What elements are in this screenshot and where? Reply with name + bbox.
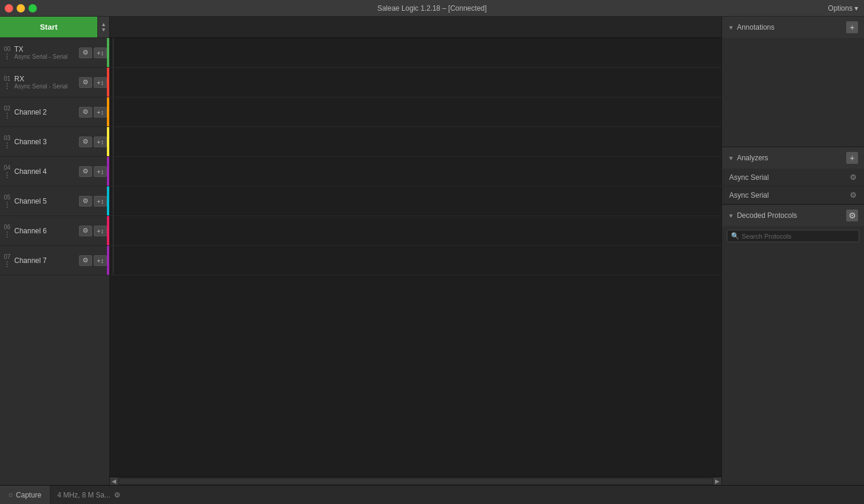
channel-name: Channel 3 (14, 138, 79, 146)
waveform-row (110, 97, 721, 127)
waveform-area: ◀ ▶ (110, 17, 721, 485)
channel-color-bar (107, 157, 109, 186)
analyzer-gear-button[interactable]: ⚙ (850, 173, 857, 182)
channel-number: 07 (2, 253, 12, 267)
waveform-row (110, 127, 721, 157)
scroll-left-icon[interactable]: ◀ (110, 477, 118, 486)
decoded-protocols-header-left: ▼ Decoded Protocols (728, 211, 797, 220)
channel-actions: ⚙ +↕ (79, 255, 107, 266)
time-cursor (113, 216, 113, 245)
channel-row: 01 RX Async Serial - Serial ⚙ +↕ (0, 68, 109, 97)
analyzers-section: ▼ Analyzers + Async Serial ⚙ Async Seria… (722, 147, 864, 205)
decoded-protocols-header[interactable]: ▼ Decoded Protocols ⚙ (722, 205, 864, 226)
channel-settings-button[interactable]: ⚙ (79, 255, 92, 266)
channel-settings-button[interactable]: ⚙ (79, 137, 92, 147)
channel-info: RX Async Serial - Serial (12, 75, 79, 90)
channel-settings-button[interactable]: ⚙ (79, 107, 92, 118)
capture-icon: ○ (8, 490, 13, 499)
settings-gear-icon[interactable]: ⚙ (114, 491, 121, 499)
waveform-header (110, 17, 721, 38)
channel-actions: ⚙ +↕ (79, 226, 107, 236)
channel-actions: ⚙ +↕ (79, 47, 107, 58)
decoded-protocols-gear-button[interactable]: ⚙ (846, 210, 858, 221)
channel-name: Channel 5 (14, 197, 79, 205)
channel-settings-button[interactable]: ⚙ (79, 196, 92, 207)
channel-row: 03 Channel 3 ⚙ +↕ (0, 127, 109, 157)
waveform-row (110, 68, 721, 97)
analyzers-header[interactable]: ▼ Analyzers + (722, 147, 864, 169)
time-cursor (113, 68, 113, 97)
start-button[interactable]: Start (0, 17, 97, 37)
channel-info: TX Async Serial - Serial (12, 45, 79, 60)
channel-add-button[interactable]: +↕ (94, 166, 107, 177)
annotations-add-button[interactable]: + (846, 21, 858, 33)
channel-add-button[interactable]: +↕ (94, 255, 107, 266)
channel-number: 05 (2, 194, 12, 208)
channel-actions: ⚙ +↕ (79, 166, 107, 177)
channel-add-button[interactable]: +↕ (94, 137, 107, 147)
waveform-row (110, 157, 721, 186)
annotations-chevron: ▼ (728, 24, 734, 31)
channels-container: 00 TX Async Serial - Serial ⚙ +↕ 01 (0, 38, 109, 275)
scroll-right-icon[interactable]: ▶ (713, 477, 721, 486)
channel-add-button[interactable]: +↕ (94, 77, 107, 88)
capture-tab[interactable]: ○ Capture (0, 486, 50, 504)
channel-sub: Async Serial - Serial (14, 83, 79, 90)
time-cursor (113, 127, 113, 156)
channel-color-bar (107, 68, 109, 97)
channel-row: 06 Channel 6 ⚙ +↕ (0, 216, 109, 246)
channel-info: Channel 6 (12, 227, 79, 235)
settings-text: 4 MHz, 8 M Sa... (58, 491, 110, 499)
channel-name: Channel 7 (14, 256, 79, 265)
channel-color-bar (107, 38, 109, 67)
search-protocols-container: 🔍 (727, 230, 859, 242)
channel-name: RX (14, 75, 79, 83)
channel-info: Channel 4 (12, 167, 79, 176)
channel-settings-button[interactable]: ⚙ (79, 166, 92, 177)
settings-info: 4 MHz, 8 M Sa... ⚙ (50, 491, 128, 499)
maximize-button[interactable] (29, 4, 37, 12)
main-layout: Start ▲ ▼ 00 TX Async Serial - Serial (0, 17, 864, 485)
channel-add-button[interactable]: +↕ (94, 47, 107, 58)
time-cursor (113, 246, 113, 275)
time-cursor (113, 186, 113, 215)
analyzer-name: Async Serial (729, 173, 769, 182)
waveform-row (110, 38, 721, 68)
capture-label: Capture (16, 491, 42, 499)
channel-row: 04 Channel 4 ⚙ +↕ (0, 157, 109, 186)
close-button[interactable] (5, 4, 13, 12)
channel-actions: ⚙ +↕ (79, 77, 107, 88)
channel-panel: Start ▲ ▼ 00 TX Async Serial - Serial (0, 17, 110, 485)
channel-info: Channel 3 (12, 138, 79, 146)
channel-add-button[interactable]: +↕ (94, 107, 107, 118)
channel-add-button[interactable]: +↕ (94, 196, 107, 207)
analyzers-header-left: ▼ Analyzers (728, 154, 768, 162)
decoded-protocols-section: ▼ Decoded Protocols ⚙ 🔍 (722, 205, 864, 485)
bottom-bar: ○ Capture 4 MHz, 8 M Sa... ⚙ (0, 485, 864, 504)
channel-add-button[interactable]: +↕ (94, 226, 107, 236)
waveform-rows (110, 38, 721, 275)
time-cursor (113, 157, 113, 186)
scroll-down-icon[interactable]: ▼ (101, 27, 106, 33)
time-cursor (113, 97, 113, 126)
channel-settings-button[interactable]: ⚙ (79, 47, 92, 58)
channel-settings-button[interactable]: ⚙ (79, 226, 92, 236)
search-protocols-input[interactable] (742, 233, 855, 240)
scrollbar-track[interactable] (119, 479, 712, 484)
channel-info: Channel 7 (12, 256, 79, 265)
analyzer-item[interactable]: Async Serial ⚙ (722, 186, 864, 204)
time-cursor (113, 38, 113, 67)
options-button[interactable]: Options ▾ (828, 4, 858, 12)
annotations-section: ▼ Annotations + (722, 17, 864, 147)
analyzer-gear-button[interactable]: ⚙ (850, 191, 857, 199)
channel-color-bar (107, 216, 109, 245)
minimize-button[interactable] (17, 4, 25, 12)
analyzer-item[interactable]: Async Serial ⚙ (722, 169, 864, 186)
analyzers-chevron: ▼ (728, 155, 734, 161)
channel-settings-button[interactable]: ⚙ (79, 77, 92, 88)
window-controls[interactable] (5, 4, 37, 12)
annotations-header[interactable]: ▼ Annotations + (722, 17, 864, 38)
channel-color-bar (107, 186, 109, 215)
analyzers-add-button[interactable]: + (846, 152, 858, 164)
channel-color-bar (107, 127, 109, 156)
